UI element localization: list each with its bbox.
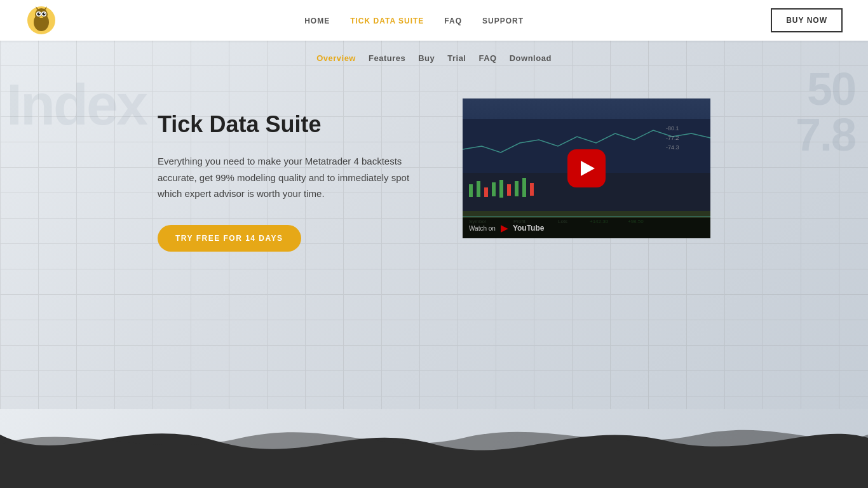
sub-nav-features[interactable]: Features: [369, 53, 405, 63]
hero-title: Tick Data Suite: [158, 111, 424, 138]
svg-rect-27: [463, 216, 710, 217]
trial-button[interactable]: TRY FREE FOR 14 DAYS: [158, 225, 301, 252]
nav-tick-data-suite[interactable]: TICK DATA SUITE: [350, 17, 424, 25]
dark-section: Test your Expert Advisors using real dat…: [0, 485, 868, 488]
svg-text:-77.2: -77.2: [666, 135, 679, 141]
logo-icon: [25, 4, 57, 36]
wave-container: [0, 409, 868, 485]
sub-nav: Overview Features Buy Trial FAQ Download: [316, 41, 552, 73]
youtube-label: YouTube: [513, 224, 545, 233]
svg-point-6: [43, 13, 46, 16]
nav-support[interactable]: SUPPORT: [482, 17, 524, 25]
hero-video: Tick Data Suite quick start guide Share: [463, 98, 710, 238]
sub-nav-trial[interactable]: Trial: [447, 53, 466, 63]
svg-rect-17: [492, 182, 496, 196]
svg-text:-80.1: -80.1: [666, 125, 679, 132]
watch-on-text: Watch on: [469, 225, 496, 232]
svg-point-8: [44, 13, 45, 14]
svg-rect-19: [507, 184, 511, 196]
hero-section: 507.8 Index Overview Features Buy Trial …: [0, 41, 868, 409]
wave-svg: [0, 409, 868, 485]
buy-now-button[interactable]: BUY NOW: [771, 8, 843, 32]
navbar: HOME TICK DATA SUITE FAQ SUPPORT BUY NOW: [0, 0, 868, 41]
sub-nav-faq[interactable]: FAQ: [479, 53, 497, 63]
main-nav: HOME TICK DATA SUITE FAQ SUPPORT: [304, 15, 524, 26]
nav-faq[interactable]: FAQ: [444, 17, 462, 25]
svg-text:-74.3: -74.3: [666, 144, 679, 151]
play-triangle-icon: [581, 161, 595, 176]
svg-point-5: [37, 13, 41, 16]
svg-rect-15: [477, 181, 480, 197]
video-thumbnail: -80.1 -77.2 -74.3 Symbol Profit Lots +14…: [463, 98, 710, 238]
svg-rect-16: [484, 187, 488, 197]
svg-rect-14: [469, 184, 473, 197]
svg-rect-21: [522, 178, 526, 197]
sub-nav-buy[interactable]: Buy: [418, 53, 435, 63]
sub-nav-overview[interactable]: Overview: [316, 53, 356, 63]
sub-nav-download[interactable]: Download: [510, 53, 552, 63]
nav-home[interactable]: HOME: [304, 17, 330, 25]
video-bottom-bar: Watch on ▶ YouTube: [463, 218, 710, 238]
hero-text: Tick Data Suite Everything you need to m…: [158, 98, 424, 252]
svg-rect-18: [499, 180, 503, 198]
svg-rect-22: [530, 183, 534, 196]
youtube-icon: ▶: [501, 223, 508, 233]
video-wrapper[interactable]: Tick Data Suite quick start guide Share: [463, 98, 710, 238]
svg-point-7: [39, 13, 40, 14]
svg-rect-20: [515, 181, 519, 196]
play-button[interactable]: [567, 149, 606, 187]
logo-link[interactable]: [25, 4, 57, 36]
hero-description: Everything you need to make your Metatra…: [158, 153, 424, 202]
hero-content: Tick Data Suite Everything you need to m…: [53, 73, 815, 290]
